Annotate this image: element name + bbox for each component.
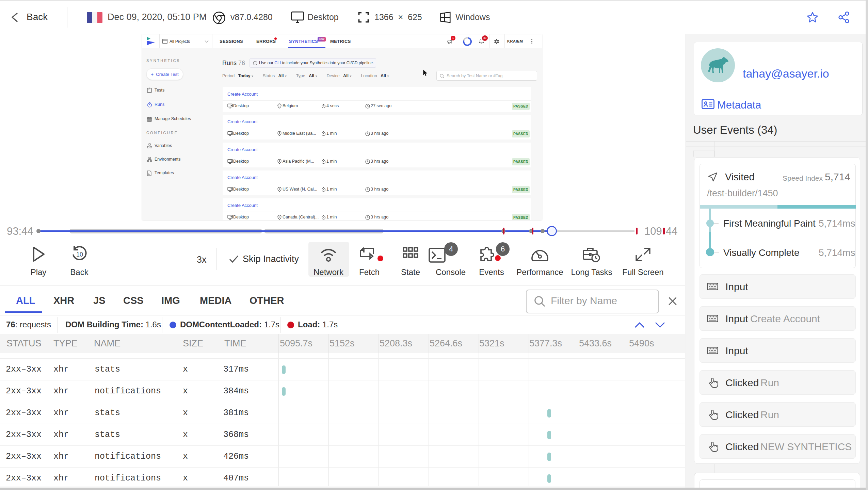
svg-text:10: 10 (76, 251, 83, 258)
